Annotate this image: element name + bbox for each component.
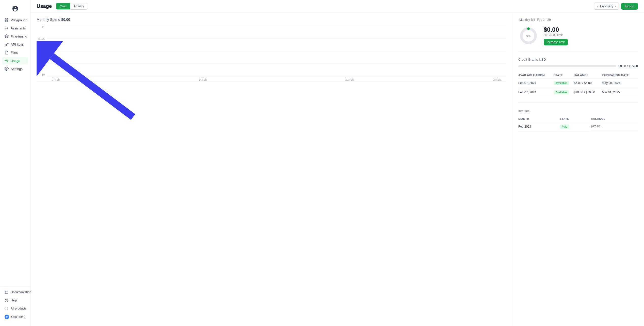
increase-limit-button[interactable]: Increase limit bbox=[544, 39, 568, 45]
monthly-bill-date-range: Feb 1 - 29 bbox=[537, 18, 551, 22]
bill-info: $0.00 / $120.00 limit Increase limit bbox=[544, 26, 568, 45]
divider-2 bbox=[518, 102, 638, 102]
chart-x-axis: 07 Feb 14 Feb 21 Feb 28 Feb bbox=[47, 78, 506, 81]
invoices-header: Invoices bbox=[518, 109, 638, 113]
usage-icon bbox=[5, 59, 9, 63]
svg-point-14 bbox=[7, 309, 7, 309]
bill-content: 0% $0.00 / $120.00 limit Increase limit bbox=[518, 26, 638, 46]
settings-icon bbox=[5, 67, 9, 71]
fine-tuning-icon bbox=[5, 34, 9, 38]
usage-chart: $1 $0.75 $0.50 $0.25 $0 07 Feb bbox=[37, 26, 506, 81]
table-row[interactable]: Feb 2024 Paid $12.10 › bbox=[518, 122, 638, 131]
svg-point-4 bbox=[6, 27, 7, 28]
export-button[interactable]: Export bbox=[621, 3, 638, 10]
sidebar-bottom: Documentation Help All products C Chater… bbox=[0, 286, 30, 323]
svg-rect-6 bbox=[5, 291, 8, 294]
month-navigator: ‹ February › bbox=[594, 3, 619, 10]
svg-point-5 bbox=[6, 68, 7, 69]
sidebar-item-settings-label: Settings bbox=[11, 67, 23, 71]
x-label-21feb: 21 Feb bbox=[346, 78, 354, 81]
sidebar-item-files[interactable]: Files bbox=[2, 49, 28, 56]
sidebar-item-documentation[interactable]: Documentation bbox=[2, 288, 28, 296]
cell-expiration: May 08, 2024 bbox=[602, 78, 638, 88]
cell-month: Feb 2024 bbox=[518, 122, 560, 131]
prev-month-button[interactable]: ‹ bbox=[597, 4, 599, 8]
state-badge: Paid bbox=[560, 125, 569, 129]
cell-available-from: Feb 07, 2024 bbox=[518, 88, 554, 97]
bill-limit: / $120.00 limit bbox=[544, 33, 568, 37]
credit-bar-container: $0.00 / $15.00 bbox=[518, 64, 638, 68]
sidebar-item-fine-tuning[interactable]: Fine-tuning bbox=[2, 32, 28, 40]
state-badge: Available bbox=[554, 81, 569, 85]
svg-rect-3 bbox=[5, 20, 6, 22]
donut-label: 0% bbox=[526, 34, 530, 37]
col-state: STATE bbox=[554, 72, 574, 78]
monthly-bill-header: Monthly Bill Feb 1 - 29 bbox=[518, 18, 638, 22]
header-right: ‹ February › Export bbox=[594, 3, 638, 10]
credit-grants-table: AVAILABLE FROM STATE BALANCE EXPIRATION … bbox=[518, 72, 638, 97]
main-content: Usage Cost Activity ‹ February › Export … bbox=[30, 0, 644, 326]
doc-icon bbox=[5, 290, 9, 294]
credit-bar-background bbox=[518, 65, 616, 67]
y-label-0: $0 bbox=[42, 73, 45, 76]
bill-amount: $0.00 bbox=[544, 26, 568, 33]
next-month-button[interactable]: › bbox=[614, 4, 617, 8]
credit-bar-label: $0.00 / $15.00 bbox=[618, 64, 638, 68]
monthly-bill-section: Monthly Bill Feb 1 - 29 0% $0.00 / $ bbox=[518, 18, 638, 46]
state-badge: Available bbox=[554, 90, 569, 94]
svg-point-13 bbox=[6, 309, 6, 309]
page-header: Usage Cost Activity ‹ February › Export bbox=[30, 0, 644, 12]
y-label-025: $0.25 bbox=[38, 61, 45, 64]
x-label-14feb: 14 Feb bbox=[199, 78, 207, 81]
sidebar-item-playground[interactable]: Playground bbox=[2, 16, 28, 24]
help-icon bbox=[5, 298, 9, 302]
cell-balance: $5.00 / $5.00 bbox=[574, 78, 602, 88]
sidebar-item-files-label: Files bbox=[11, 51, 18, 55]
credit-grants-header: Credit Grants USD bbox=[518, 57, 638, 61]
chart-y-axis: $1 $0.75 $0.50 $0.25 $0 bbox=[37, 26, 47, 76]
app-logo bbox=[0, 3, 30, 16]
sidebar-item-api-keys-label: API keys bbox=[11, 43, 24, 46]
inv-col-state: STATE bbox=[560, 116, 591, 122]
files-icon bbox=[5, 50, 9, 55]
grid-icon bbox=[5, 306, 9, 311]
x-label-07feb: 07 Feb bbox=[52, 78, 60, 81]
tab-cost[interactable]: Cost bbox=[56, 3, 70, 9]
divider-1 bbox=[518, 52, 638, 52]
current-month-label: February bbox=[600, 4, 613, 8]
donut-chart: 0% bbox=[518, 26, 539, 46]
sidebar-item-usage-label: Usage bbox=[11, 59, 20, 63]
inv-col-balance: BALANCE bbox=[591, 116, 638, 122]
sidebar-item-assistants[interactable]: Assistants bbox=[2, 24, 28, 32]
sidebar-item-api-keys[interactable]: API keys bbox=[2, 41, 28, 48]
sidebar-item-all-products[interactable]: All products bbox=[2, 305, 28, 312]
cell-available-from: Feb 07, 2024 bbox=[518, 78, 554, 88]
page-title: Usage bbox=[37, 3, 52, 9]
sidebar-item-fine-tuning-label: Fine-tuning bbox=[11, 35, 27, 38]
avatar: C bbox=[5, 315, 9, 319]
assistants-icon bbox=[5, 26, 9, 30]
cell-state: Available bbox=[554, 88, 574, 97]
svg-rect-2 bbox=[7, 20, 8, 22]
cell-state: Paid bbox=[560, 122, 591, 131]
credit-grants-section: Credit Grants USD $0.00 / $15.00 AVAILAB… bbox=[518, 57, 638, 97]
cell-state: Available bbox=[554, 78, 574, 88]
svg-rect-0 bbox=[5, 19, 6, 20]
sidebar-item-help[interactable]: Help bbox=[2, 297, 28, 304]
chevron-right-icon: › bbox=[601, 125, 602, 128]
table-row: Feb 07, 2024 Available $10.00 / $10.00 M… bbox=[518, 88, 638, 97]
sidebar-item-assistants-label: Assistants bbox=[11, 26, 26, 30]
sidebar-item-settings[interactable]: Settings bbox=[2, 65, 28, 73]
playground-icon bbox=[5, 18, 9, 22]
y-label-1: $1 bbox=[42, 26, 45, 28]
col-expiration: EXPIRATION DATE bbox=[602, 72, 638, 78]
sidebar-item-all-products-label: All products bbox=[11, 307, 27, 310]
api-keys-icon bbox=[5, 42, 9, 46]
user-profile[interactable]: C Chaterimo bbox=[2, 313, 28, 321]
svg-point-12 bbox=[7, 308, 7, 308]
sidebar-item-usage[interactable]: Usage bbox=[2, 57, 28, 64]
sidebar-item-documentation-label: Documentation bbox=[11, 290, 31, 294]
credit-grants-currency: USD bbox=[539, 58, 546, 61]
monthly-spend-value: $0.00 bbox=[61, 18, 70, 22]
tab-activity[interactable]: Activity bbox=[70, 3, 88, 9]
